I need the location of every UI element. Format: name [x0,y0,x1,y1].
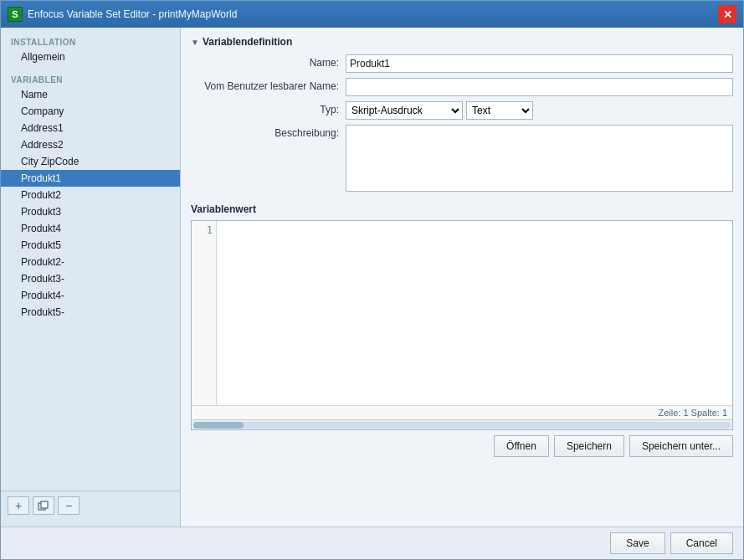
beschreibung-textarea[interactable] [346,125,733,192]
status-zeile: Zeile: 1 Spalte: [658,408,719,418]
section-toggle-icon[interactable]: ▼ [191,38,199,47]
oeffnen-button[interactable]: Öffnen [494,435,549,457]
name-label: Name: [191,54,346,69]
app-icon: S [8,7,23,22]
beschreibung-field-group: Beschreibung: [191,125,733,192]
readable-name-field-group: Vom Benutzer lesbarer Name: [191,78,733,96]
sidebar-item-produkt1[interactable]: Produkt1 [1,170,180,187]
status-spalte-link[interactable]: 1 [722,408,727,418]
close-button[interactable]: ✕ [718,5,736,23]
typ-select-main[interactable]: Skript-Ausdruck Text Zahl Datum [346,101,463,120]
main-content: ▼ Variablendefinition Name: Vom Benutzer… [181,28,743,527]
variablenwert-section: Variablenwert 1 Zeile: 1 Spalte: 1 [191,203,733,459]
scrollbar-track [193,422,731,429]
sidebar-item-city-zipcode[interactable]: City ZipCode [1,153,180,170]
section-title-variablendefinition: Variablendefinition [203,36,292,48]
code-editor-container: 1 Zeile: 1 Spalte: 1 [191,220,733,430]
name-input[interactable] [346,54,733,73]
beschreibung-label: Beschreibung: [191,125,346,139]
horizontal-scrollbar[interactable] [192,419,732,429]
main-window: S Enfocus Variable Set Editor - printMyM… [0,0,744,560]
cancel-button[interactable]: Cancel [670,532,733,554]
code-editor-inner: 1 [192,221,732,405]
line-numbers: 1 [192,221,217,405]
window-title: Enfocus Variable Set Editor - printMyMap… [28,8,237,20]
sidebar-item-produkt2-[interactable]: Produkt2- [1,254,180,270]
sidebar-item-produkt3-[interactable]: Produkt3- [1,270,180,287]
sidebar-item-produkt4-[interactable]: Produkt4- [1,287,180,304]
title-bar-left: S Enfocus Variable Set Editor - printMyM… [8,7,237,22]
sidebar-item-produkt3[interactable]: Produkt3 [1,203,180,220]
bottom-bar: Save Cancel [1,527,743,559]
line-number-1: 1 [195,224,213,236]
action-buttons: Öffnen Speichern Speichern unter... [191,430,733,459]
readable-name-input[interactable] [346,78,733,96]
scrollbar-thumb [193,422,244,429]
variablendefinition-header: ▼ Variablendefinition [191,36,733,48]
copy-variable-button[interactable] [33,496,54,515]
variablen-label: VARIABLEN [1,72,180,86]
add-variable-button[interactable]: + [8,496,29,515]
sidebar-bottom-buttons: + − [1,491,180,520]
svg-rect-1 [41,501,48,508]
installation-label: INSTALLATION [1,34,180,49]
sidebar-item-produkt5[interactable]: Produkt5 [1,237,180,254]
readable-name-label: Vom Benutzer lesbarer Name: [191,78,346,92]
name-field-group: Name: [191,54,733,73]
typ-selects: Skript-Ausdruck Text Zahl Datum Text Zah… [346,101,533,120]
save-button[interactable]: Save [610,532,664,554]
sidebar-item-address1[interactable]: Address1 [1,120,180,136]
sidebar-item-company[interactable]: Company [1,103,180,120]
title-bar: S Enfocus Variable Set Editor - printMyM… [1,1,743,28]
speichern-unter-button[interactable]: Speichern unter... [629,435,733,457]
sidebar-item-allgemein[interactable]: Allgemein [1,49,180,65]
remove-variable-button[interactable]: − [58,496,80,515]
sidebar: INSTALLATION Allgemein VARIABLEN Name Co… [1,28,181,527]
typ-select-sub[interactable]: Text Zahl Datum Boolean [466,101,533,120]
typ-label: Typ: [191,101,346,116]
variablenwert-title: Variablenwert [191,203,733,215]
sidebar-item-produkt5-[interactable]: Produkt5- [1,304,180,321]
sidebar-item-address2[interactable]: Address2 [1,136,180,153]
sidebar-item-produkt4[interactable]: Produkt4 [1,220,180,237]
sidebar-item-produkt2[interactable]: Produkt2 [1,187,180,203]
window-body: INSTALLATION Allgemein VARIABLEN Name Co… [1,28,743,527]
typ-field-group: Typ: Skript-Ausdruck Text Zahl Datum Tex… [191,101,733,120]
status-bar: Zeile: 1 Spalte: 1 [192,405,732,419]
sidebar-item-name[interactable]: Name [1,86,180,103]
code-editor-textarea[interactable] [217,221,732,405]
speichern-button[interactable]: Speichern [554,435,624,457]
